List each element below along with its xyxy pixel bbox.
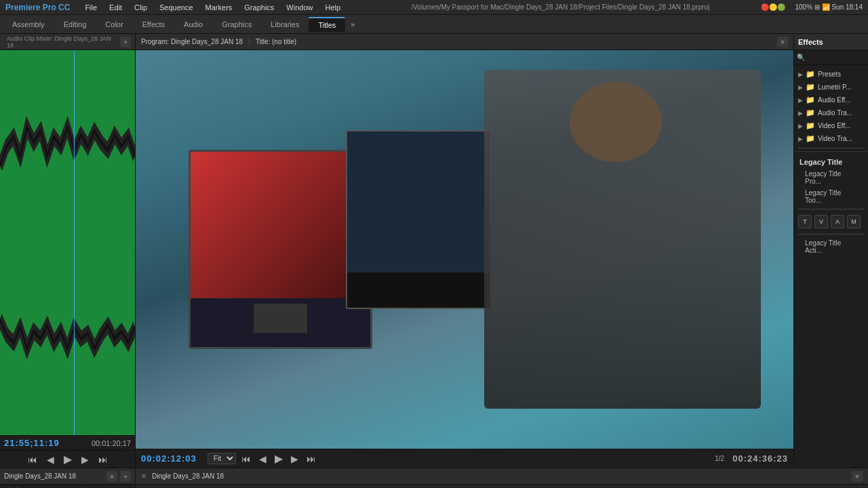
app-logo: Premiere Pro CC [5,3,70,12]
tab-color[interactable]: Color [96,18,132,31]
source-play[interactable]: ▶ [61,451,75,467]
project-panel: Dingle Days_28 JAN 18 ≡ » Dingle Days_28… [0,468,136,488]
effects-panel: Effects 🔍 ▶ 📁 Presets ▶ 📁 Lumetri P... ▶… [793,34,868,468]
folder-icon: 📁 [806,121,815,130]
source-go-end[interactable]: ⏭ [96,453,111,466]
source-go-start[interactable]: ⏮ [25,453,40,466]
project-title: Dingle Days_28 JAN 18 [4,472,104,480]
source-step-fwd[interactable]: ▶ [79,453,92,466]
program-timecode: 00:02:12:03 [141,453,197,464]
legacy-title-pro[interactable]: Legacy Title Pro... [794,168,868,187]
source-timecode: 21:55;11:19 [4,438,60,448]
source-controls: ⏮ ◀ ▶ ▶ ⏭ [0,450,135,468]
main-layout: MONO-004.wav Audio Clip Mixer: Dingle Da… [0,34,868,468]
legacy-section: Legacy Title Legacy Title Pro... Legacy … [794,151,868,260]
project-path: Dingle Days_28 JAN 18.prproj [0,485,135,488]
divider [798,148,864,148]
video-scene [136,50,793,449]
effects-title: Effects [798,38,823,46]
workspace-tabs: Assembly Editing Color Effects Audio Gra… [0,15,868,34]
type-tool-M[interactable]: M [847,215,861,228]
menu-sequence[interactable]: Sequence [154,2,199,13]
type-tool-T[interactable]: T [798,215,812,228]
timeline-timecode-row: 00:02:12:03 [136,485,868,488]
video-preview [136,50,793,449]
legacy-title-too[interactable]: Legacy Title Too... [794,187,868,206]
tab-titles[interactable]: Titles [309,17,345,32]
folder-icon: 📁 [806,134,815,143]
effects-item-audio-tra[interactable]: ▶ 📁 Audio Tra... [794,106,868,119]
menu-file[interactable]: File [79,2,102,13]
waveform-svg [0,50,135,435]
project-panel-menu[interactable]: ≡ [106,471,117,482]
program-play[interactable]: ▶ [272,451,285,466]
folder-icon: 📁 [806,96,815,104]
effects-header: Effects [794,34,868,50]
monitor-stand [254,304,308,333]
effects-item-audio-eff[interactable]: ▶ 📁 Audio Eff... [794,94,868,106]
video-monitor-left [189,150,373,349]
tab-audio[interactable]: Audio [174,18,212,31]
timeline: ✕ Dingle Days_28 JAN 18 ≡ 00:02:12:03 ↖ … [136,468,868,488]
source-panel-menu[interactable]: » [120,37,131,47]
effects-item-lumetri[interactable]: ▶ 📁 Lumetri P... [794,81,868,94]
project-expand[interactable]: » [120,471,131,482]
tab-editing[interactable]: Editing [54,18,96,31]
audio-eff-label: Audio Eff... [818,96,851,104]
timeline-settings[interactable]: ≡ [852,471,863,482]
effects-item-video-eff[interactable]: ▶ 📁 Video Eff... [794,119,868,132]
tab-graphics[interactable]: Graphics [212,18,261,31]
program-step-back[interactable]: ◀ [256,452,269,466]
legacy-title-action[interactable]: Legacy Title Acti... [794,237,868,256]
chevron-right-icon: ▶ [798,123,803,129]
source-tabs-more[interactable]: Audio Clip Mixer: Dingle Days_28 JAN 18 [7,35,117,49]
search-icon: 🔍 [797,54,805,61]
folder-icon: 📁 [806,70,815,79]
tab-effects[interactable]: Effects [133,18,174,31]
timeline-title: Dingle Days_28 JAN 18 [152,472,846,480]
menu-window[interactable]: Window [281,2,318,13]
tab-assembly[interactable]: Assembly [3,18,54,31]
more-workspaces[interactable]: » [345,18,360,31]
program-header: Program: Dingle Days_28 JAN 18 | Title: … [136,34,793,50]
monitor-screen [191,152,371,298]
program-fraction: 1/2 [715,455,724,462]
type-tools: T V A M [794,212,868,231]
tab-libraries[interactable]: Libraries [261,18,309,31]
chevron-right-icon: ▶ [798,97,803,104]
effects-search-row: 🔍 [794,50,868,65]
lumetri-label: Lumetri P... [818,83,852,91]
video-monitor-right [346,130,490,310]
divider3 [798,234,864,235]
program-go-end[interactable]: ⏭ [304,452,319,466]
source-step-back[interactable]: ◀ [44,453,57,466]
zoom-select[interactable]: Fit [208,453,236,464]
menu-graphics[interactable]: Graphics [239,2,279,13]
source-right-timecode: 00:01:20;17 [92,439,131,447]
menu-markers[interactable]: Markers [200,2,238,13]
legacy-title: Legacy Title [794,156,868,168]
menu-edit[interactable]: Edit [104,2,127,13]
presets-label: Presets [818,70,841,78]
close-timeline-btn[interactable]: ✕ [141,472,146,480]
effects-item-video-tra[interactable]: ▶ 📁 Video Tra... [794,132,868,145]
preview-controls: 00:02:12:03 Fit ⏮ ◀ ▶ ▶ ⏭ 1/2 00:24:36:2… [136,449,793,468]
project-panel-header: Dingle Days_28 JAN 18 ≡ » [0,468,135,485]
type-tool-A[interactable]: A [831,215,844,228]
chevron-right-icon: ▶ [798,110,803,117]
person-head [570,82,662,162]
program-panel-menu[interactable]: ≡ [777,37,788,47]
source-panel-header: MONO-004.wav Audio Clip Mixer: Dingle Da… [0,34,135,50]
chevron-right-icon: ▶ [798,71,803,78]
type-tool-V[interactable]: V [814,215,828,228]
effects-item-presets[interactable]: ▶ 📁 Presets [794,68,868,81]
menu-clip[interactable]: Clip [129,2,153,13]
menu-help[interactable]: Help [319,2,346,13]
menu-bar: Premiere Pro CC File Edit Clip Sequence … [0,0,868,15]
folder-icon: 📁 [806,83,815,92]
program-go-start[interactable]: ⏮ [239,452,254,466]
program-step-fwd[interactable]: ▶ [288,452,301,466]
effects-list: ▶ 📁 Presets ▶ 📁 Lumetri P... ▶ 📁 Audio E… [794,65,868,468]
bottom-section: Dingle Days_28 JAN 18 ≡ » Dingle Days_28… [0,468,868,488]
video-eff-label: Video Eff... [818,122,851,129]
